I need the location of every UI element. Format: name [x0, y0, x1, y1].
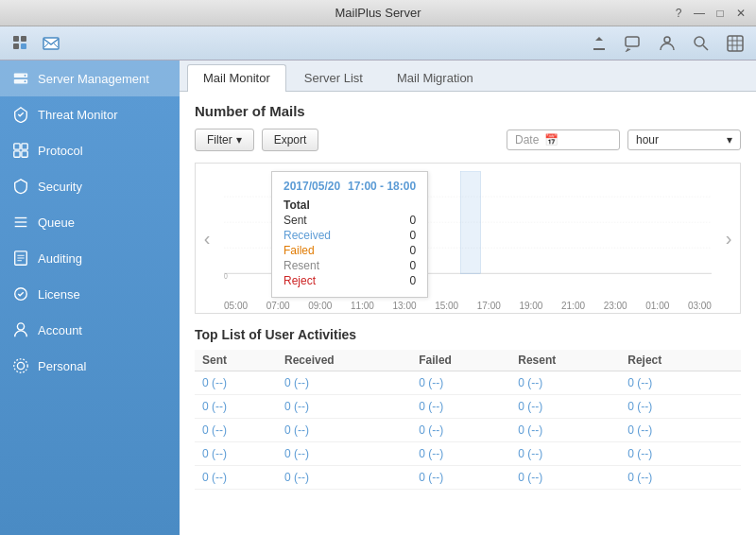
tab-mail-migration[interactable]: Mail Migration	[381, 64, 490, 91]
tooltip-failed-label: Failed	[284, 244, 315, 257]
svg-rect-3	[21, 43, 26, 49]
chart-next-button[interactable]: ›	[717, 219, 740, 257]
table-cell-r3-c0: 0 (--)	[195, 442, 277, 466]
top-list-table: Sent Received Failed Resent Reject 0 (--…	[195, 350, 741, 490]
table-row: 0 (--)0 (--)0 (--)0 (--)0 (--)	[195, 442, 741, 466]
table-cell-r1-c0: 0 (--)	[195, 395, 277, 419]
top-icon-bar-left	[8, 30, 64, 57]
settings-icon[interactable]	[722, 30, 748, 57]
sidebar-item-auditing[interactable]: Auditing	[0, 240, 180, 276]
sidebar-item-threat-monitor[interactable]: Threat Monitor	[0, 96, 180, 132]
table-row: 0 (--)0 (--)0 (--)0 (--)0 (--)	[195, 419, 741, 442]
chart-container: ‹ › 2017/05/20 17:00 - 18:00 Total Sent …	[195, 163, 741, 314]
hour-chevron-icon: ▾	[727, 133, 732, 147]
tooltip-date: 2017/05/20	[284, 180, 340, 193]
table-row: 0 (--)0 (--)0 (--)0 (--)0 (--)	[195, 466, 741, 490]
close-button[interactable]: ✕	[733, 7, 748, 20]
chart-prev-button[interactable]: ‹	[196, 219, 218, 257]
maximize-button[interactable]: □	[713, 7, 728, 20]
col-sent: Sent	[195, 350, 277, 371]
tabs: Mail Monitor Server List Mail Migration	[180, 60, 756, 92]
svg-point-16	[25, 80, 26, 82]
sidebar-item-protocol[interactable]: Protocol	[0, 132, 180, 168]
sidebar-item-personal[interactable]: Personal	[0, 348, 180, 384]
tooltip-sent-val: 0	[397, 214, 416, 227]
date-placeholder: Date	[515, 133, 539, 147]
user-icon[interactable]	[654, 30, 680, 57]
tooltip-failed-val: 0	[397, 244, 416, 257]
filter-button[interactable]: Filter ▾	[195, 129, 254, 151]
table-cell-r0-c2: 0 (--)	[411, 371, 510, 395]
audit-icon	[11, 249, 30, 268]
sidebar: Server Management Threat Monitor Proto	[0, 60, 180, 535]
table-cell-r0-c4: 0 (--)	[620, 371, 722, 395]
toolbar-row: Filter ▾ Export Date 📅 hour ▾	[195, 129, 741, 151]
sidebar-item-account[interactable]: Account	[0, 312, 180, 348]
tooltip-resent-label: Resent	[284, 259, 319, 272]
col-resent: Resent	[510, 350, 620, 371]
sidebar-item-server-management[interactable]: Server Management	[0, 60, 180, 96]
table-cell-r2-c2: 0 (--)	[411, 419, 510, 442]
tooltip-total-label: Total	[284, 198, 310, 212]
svg-rect-2	[13, 43, 19, 49]
threat-icon	[11, 105, 30, 124]
mail-icon[interactable]	[38, 30, 64, 57]
table-cell-r4-c1: 0 (--)	[277, 466, 411, 490]
svg-rect-5	[626, 37, 639, 46]
table-header-row: Sent Received Failed Resent Reject	[195, 350, 741, 371]
title-bar: MailPlus Server ? — □ ✕	[0, 0, 756, 26]
tooltip-time-range: 17:00 - 18:00	[348, 180, 416, 193]
sidebar-item-queue[interactable]: Queue	[0, 204, 180, 240]
col-received: Received	[277, 350, 411, 371]
apps-icon[interactable]	[8, 30, 34, 57]
col-failed: Failed	[411, 350, 510, 371]
minimize-button[interactable]: —	[692, 7, 707, 20]
sidebar-item-security[interactable]: Security	[0, 168, 180, 204]
table-cell-r4-c2: 0 (--)	[411, 466, 510, 490]
main-layout: Server Management Threat Monitor Proto	[0, 60, 756, 535]
svg-rect-4	[43, 38, 59, 49]
date-input[interactable]: Date 📅	[507, 129, 620, 150]
tooltip-reject-label: Reject	[284, 274, 316, 287]
help-button[interactable]: ?	[671, 7, 686, 20]
hour-label: hour	[636, 133, 659, 147]
table-cell-r3-c1: 0 (--)	[277, 442, 411, 466]
sidebar-label-security: Security	[38, 180, 82, 194]
chart-tooltip: 2017/05/20 17:00 - 18:00 Total Sent 0 Re…	[271, 171, 428, 298]
xaxis-label-5: 15:00	[435, 301, 458, 311]
tooltip-failed-row: Failed 0	[284, 244, 416, 257]
chart-xaxis: 05:00 07:00 09:00 11:00 13:00 15:00 17:0…	[224, 301, 712, 311]
account-icon	[11, 320, 30, 339]
table-row: 0 (--)0 (--)0 (--)0 (--)0 (--)	[195, 395, 741, 419]
content-area: Mail Monitor Server List Mail Migration …	[180, 60, 756, 535]
tooltip-resent-val: 0	[397, 259, 416, 272]
svg-rect-20	[22, 151, 27, 157]
tab-server-list[interactable]: Server List	[288, 64, 379, 91]
chat-icon[interactable]	[620, 30, 646, 57]
sidebar-label-protocol: Protocol	[38, 144, 83, 158]
svg-rect-18	[22, 144, 27, 149]
hour-select[interactable]: hour ▾	[627, 129, 741, 150]
export-button[interactable]: Export	[262, 129, 319, 151]
top-icon-bar	[0, 26, 756, 60]
table-cell-more	[722, 466, 741, 490]
table-cell-r0-c3: 0 (--)	[510, 371, 620, 395]
svg-point-6	[664, 37, 670, 43]
tooltip-reject-row: Reject 0	[284, 274, 416, 287]
col-more	[722, 350, 741, 371]
sidebar-label-queue: Queue	[38, 216, 75, 230]
xaxis-label-6: 17:00	[477, 301, 501, 311]
xaxis-label-11: 03:00	[688, 301, 712, 311]
svg-point-7	[695, 37, 704, 46]
sidebar-label-threat-monitor: Threat Monitor	[38, 108, 118, 122]
tab-mail-monitor[interactable]: Mail Monitor	[187, 64, 286, 92]
table-cell-r0-c0: 0 (--)	[195, 371, 277, 395]
tooltip-reject-val: 0	[397, 274, 416, 287]
xaxis-label-1: 07:00	[266, 301, 290, 311]
table-cell-r2-c4: 0 (--)	[620, 419, 722, 442]
personal-icon	[11, 356, 30, 375]
sidebar-item-license[interactable]: License	[0, 276, 180, 312]
queue-icon	[11, 213, 30, 232]
upload-icon[interactable]	[586, 30, 612, 57]
search-icon[interactable]	[688, 30, 714, 57]
